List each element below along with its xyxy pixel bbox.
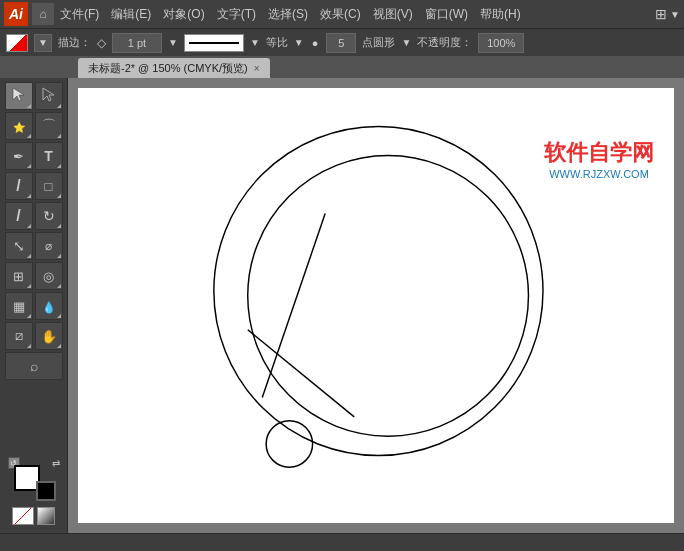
- options-bar: ▼ 描边： ◇ ▼ ▼ 等比 ▼ ● 点圆形 ▼ 不透明度：: [0, 28, 684, 56]
- pencil-tool[interactable]: [5, 202, 33, 230]
- blend-tool[interactable]: [35, 262, 63, 290]
- text-icon: [44, 148, 53, 164]
- pen-icon: [13, 149, 24, 164]
- eyedrop-icon: [42, 299, 56, 314]
- svg-line-4: [262, 214, 325, 398]
- tools-panel: / ⌀: [0, 78, 68, 533]
- svg-marker-1: [43, 88, 54, 101]
- opacity-input[interactable]: [478, 33, 524, 53]
- direct-select-tool[interactable]: [35, 82, 63, 110]
- opacity-label: 不透明度：: [417, 35, 472, 50]
- shape-icon: [45, 179, 53, 194]
- pencil-icon: [16, 207, 20, 225]
- menu-bar: Ai ⌂ 文件(F) 编辑(E) 对象(O) 文字(T) 选择(S) 效果(C)…: [0, 0, 684, 28]
- select-tool[interactable]: [5, 82, 33, 110]
- lasso-icon: [42, 117, 56, 135]
- svg-point-3: [248, 155, 529, 436]
- menu-effect[interactable]: 效果(C): [320, 6, 361, 23]
- tool-row-6: ⌀: [5, 232, 63, 260]
- mesh-icon: [13, 269, 24, 284]
- wand-icon: [13, 119, 25, 134]
- stroke-style-preview[interactable]: [184, 34, 244, 52]
- rotate-icon: [43, 208, 55, 224]
- app-logo: Ai: [4, 2, 28, 26]
- magic-wand-tool[interactable]: [5, 112, 33, 140]
- zoom-tool[interactable]: [5, 352, 63, 380]
- warp-icon: ⌀: [45, 239, 52, 253]
- svg-point-6: [266, 421, 312, 467]
- menu-type[interactable]: 文字(T): [217, 6, 256, 23]
- dropdown-arrow-shape[interactable]: ▼: [401, 37, 411, 48]
- pen-tool[interactable]: [5, 142, 33, 170]
- color-mode-select[interactable]: ▼: [34, 34, 52, 52]
- equal-ratio-label: 等比: [266, 35, 288, 50]
- chart-tool[interactable]: [5, 292, 33, 320]
- tool-row-10: [5, 352, 63, 380]
- eyedrop-tool[interactable]: [35, 292, 63, 320]
- direct-arrow-icon: [40, 86, 58, 107]
- shape-tool[interactable]: [35, 172, 63, 200]
- stroke-label: 描边：: [58, 35, 91, 50]
- tool-row-2: [5, 112, 63, 140]
- gradient-icon[interactable]: [37, 507, 55, 525]
- rotate-tool[interactable]: [35, 202, 63, 230]
- canvas-svg: [68, 78, 684, 533]
- lasso-tool[interactable]: [35, 112, 63, 140]
- dropdown-arrow-stroke[interactable]: ▼: [168, 37, 178, 48]
- color-section: ↺ ⇄: [2, 457, 65, 529]
- scale-tool[interactable]: [5, 232, 33, 260]
- symbol-tool[interactable]: [5, 262, 33, 290]
- status-bar: [0, 533, 684, 551]
- main-area: / ⌀: [0, 78, 684, 533]
- workspace-icon[interactable]: ⊞ ▼: [655, 6, 680, 22]
- warp-tool[interactable]: ⌀: [35, 232, 63, 260]
- stroke-swatch[interactable]: [36, 481, 56, 501]
- tab-bar: 未标题-2* @ 150% (CMYK/预览) ×: [0, 56, 684, 78]
- tab-close-button[interactable]: ×: [254, 63, 260, 74]
- blend-icon: [43, 269, 54, 284]
- swap-colors-icon[interactable]: ⇄: [50, 457, 62, 469]
- dropdown-arrow-ratio[interactable]: ▼: [294, 37, 304, 48]
- line-icon: /: [16, 177, 20, 195]
- zoom-icon: [30, 358, 38, 374]
- none-color-icon[interactable]: [12, 507, 34, 525]
- tool-row-4: /: [5, 172, 63, 200]
- menu-file[interactable]: 文件(F): [60, 6, 99, 23]
- canvas-area[interactable]: 软件自学网 WWW.RJZXW.COM: [68, 78, 684, 533]
- hand-tool[interactable]: [35, 322, 63, 350]
- points-input[interactable]: [326, 33, 356, 53]
- svg-line-5: [248, 330, 354, 417]
- tab-title: 未标题-2* @ 150% (CMYK/预览): [88, 61, 248, 76]
- menu-window[interactable]: 窗口(W): [425, 6, 468, 23]
- text-tool[interactable]: [35, 142, 63, 170]
- arrow-icon: [10, 86, 28, 107]
- scale-icon: [13, 238, 25, 254]
- line-tool[interactable]: /: [5, 172, 33, 200]
- svg-point-2: [214, 126, 543, 455]
- slice-tool[interactable]: [5, 322, 33, 350]
- tool-row-9: [5, 322, 63, 350]
- menu-help[interactable]: 帮助(H): [480, 6, 521, 23]
- dropdown-arrow-style[interactable]: ▼: [250, 37, 260, 48]
- tool-row-3: [5, 142, 63, 170]
- home-icon[interactable]: ⌂: [32, 3, 54, 25]
- menu-select[interactable]: 选择(S): [268, 6, 308, 23]
- stroke-width-input[interactable]: [112, 33, 162, 53]
- chart-icon: [13, 299, 25, 314]
- menu-items: 文件(F) 编辑(E) 对象(O) 文字(T) 选择(S) 效果(C) 视图(V…: [60, 6, 655, 23]
- menu-edit[interactable]: 编辑(E): [111, 6, 151, 23]
- stroke-icon: ◇: [97, 36, 106, 50]
- tool-row-8: [5, 292, 63, 320]
- tool-row-1: [5, 82, 63, 110]
- shape-label: 点圆形: [362, 35, 395, 50]
- tool-row-5: [5, 202, 63, 230]
- hand-icon: [41, 329, 57, 344]
- menu-object[interactable]: 对象(O): [163, 6, 204, 23]
- slice-icon: [15, 328, 23, 344]
- tool-row-7: [5, 262, 63, 290]
- svg-marker-0: [13, 88, 24, 101]
- document-tab[interactable]: 未标题-2* @ 150% (CMYK/预览) ×: [78, 58, 270, 78]
- menu-view[interactable]: 视图(V): [373, 6, 413, 23]
- stroke-color-swatch[interactable]: [6, 34, 28, 52]
